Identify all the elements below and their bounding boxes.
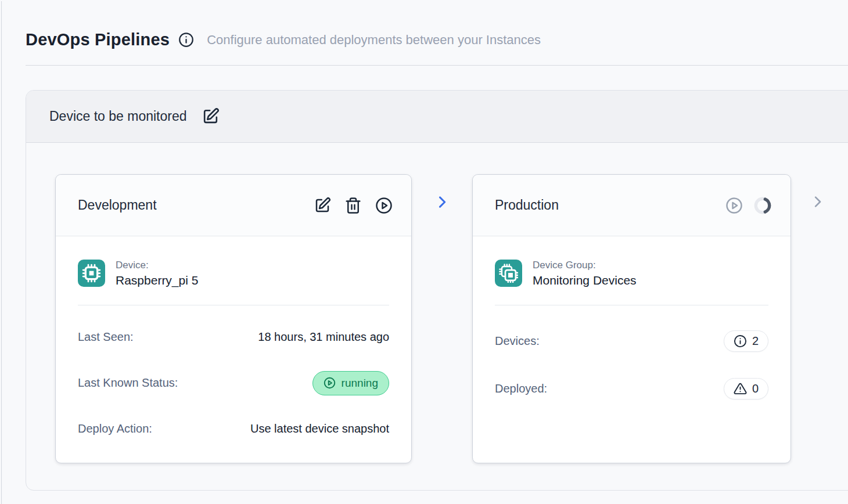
development-card-header: Development [56,175,411,236]
page-header: DevOps Pipelines Configure automated dep… [26,30,848,49]
stage-title-development: Development [78,197,157,213]
card-divider [78,305,389,305]
device-name: Raspberry_pi 5 [116,273,198,287]
page-left-divider [1,1,2,504]
status-value: running [342,377,378,390]
device-meta: Device: Raspberry_pi 5 [116,260,198,287]
run-stage-icon-disabled[interactable] [725,197,743,214]
next-stage-chevron[interactable] [810,194,825,210]
chevron-right-icon [434,194,450,210]
status-label: Last Known Status: [78,376,178,390]
deployed-label: Deployed: [495,382,547,395]
warning-triangle-icon [734,382,747,395]
status-badge: running [312,371,389,395]
edit-pipeline-icon[interactable] [202,107,220,125]
production-card-body: Device Group: Monitoring Devices Devices… [473,236,790,399]
production-actions [725,196,772,215]
devices-count: 2 [752,334,759,348]
page-title: DevOps Pipelines [26,30,170,49]
device-group-label: Device Group: [533,260,637,271]
chevron-right-icon [810,194,825,210]
stage-title-production: Production [495,197,559,213]
production-card-header: Production [473,175,790,236]
last-seen-value: 18 hours, 31 minutes ago [258,330,389,344]
info-circle-icon[interactable] [178,32,194,48]
delete-stage-icon[interactable] [344,197,362,214]
deploy-action-row: Deploy Action: Use latest device snapsho… [78,422,389,435]
device-group-name: Monitoring Devices [533,273,637,287]
pipeline-stages: Development [26,143,848,463]
devices-count-badge[interactable]: 2 [724,330,768,352]
loading-spinner-icon [753,196,772,215]
devices-row: Devices: 2 [495,330,768,352]
stage-card-development: Development [55,174,412,463]
play-circle-icon [324,377,336,389]
device-label: Device: [116,260,198,271]
device-group-row: Device Group: Monitoring Devices [495,260,768,287]
pipeline-name: Device to be monitored [49,109,187,124]
page-subtitle: Configure automated deployments between … [207,33,541,48]
last-seen-label: Last Seen: [78,330,134,344]
pipeline-panel-header: Device to be monitored [26,91,848,143]
run-stage-icon[interactable] [375,197,393,214]
development-actions [314,197,393,214]
device-row: Device: Raspberry_pi 5 [78,260,389,287]
device-group-meta: Device Group: Monitoring Devices [533,260,637,287]
last-seen-row: Last Seen: 18 hours, 31 minutes ago [78,330,389,344]
flow-chevron[interactable] [412,194,472,210]
devices-label: Devices: [495,334,540,348]
development-card-body: Device: Raspberry_pi 5 Last Seen: 18 hou… [56,236,411,435]
deployed-count-badge[interactable]: 0 [724,378,768,399]
chip-device-icon [78,260,105,287]
status-row: Last Known Status: running [78,371,389,395]
deployed-count: 0 [752,382,759,395]
card-divider [495,305,768,305]
pipeline-panel: Device to be monitored Development [26,90,848,491]
deployed-row: Deployed: 0 [495,378,768,399]
deploy-action-value: Use latest device snapshot [250,422,389,435]
edit-stage-icon[interactable] [314,197,331,214]
deploy-action-label: Deploy Action: [78,422,152,435]
info-circle-icon [734,334,747,348]
chip-group-icon [495,260,522,287]
stage-card-production: Production [472,174,791,463]
header-divider [26,65,848,66]
